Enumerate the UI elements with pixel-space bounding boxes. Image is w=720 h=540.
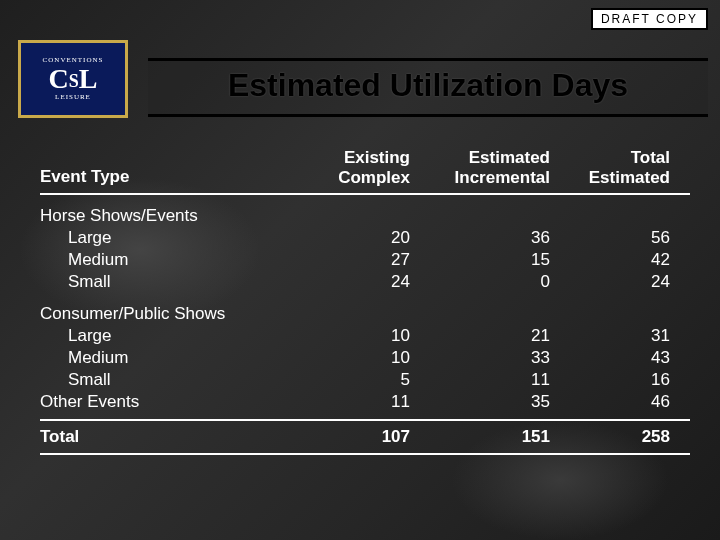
table-total-row: Total 107 151 258 [40,421,690,455]
group-title: Consumer/Public Shows [40,293,690,325]
draft-badge: DRAFT COPY [591,8,708,30]
title-bar: Estimated Utilization Days [148,58,708,117]
table-row: Large 20 36 56 [40,227,690,249]
table-row: Medium 10 33 43 [40,347,690,369]
table-row: Small 5 11 16 [40,369,690,391]
col-event-type: Event Type [40,167,300,187]
utilization-table: Event Type ExistingComplex EstimatedIncr… [40,148,690,455]
table-header-row: Event Type ExistingComplex EstimatedIncr… [40,148,690,195]
col-total: TotalEstimated [550,148,670,187]
col-incremental: EstimatedIncremental [410,148,550,187]
page-title: Estimated Utilization Days [148,67,708,104]
table-row: Medium 27 15 42 [40,249,690,271]
table-row: Large 10 21 31 [40,325,690,347]
logo-text-mid: CSL [43,64,104,93]
table-row-other: Other Events 11 35 46 [40,391,690,413]
csl-logo: CONVENTIONS CSL LEISURE [18,40,128,118]
col-existing: ExistingComplex [300,148,410,187]
group-title: Horse Shows/Events [40,195,690,227]
logo-text-bottom: LEISURE [43,94,104,101]
table-row: Small 24 0 24 [40,271,690,293]
